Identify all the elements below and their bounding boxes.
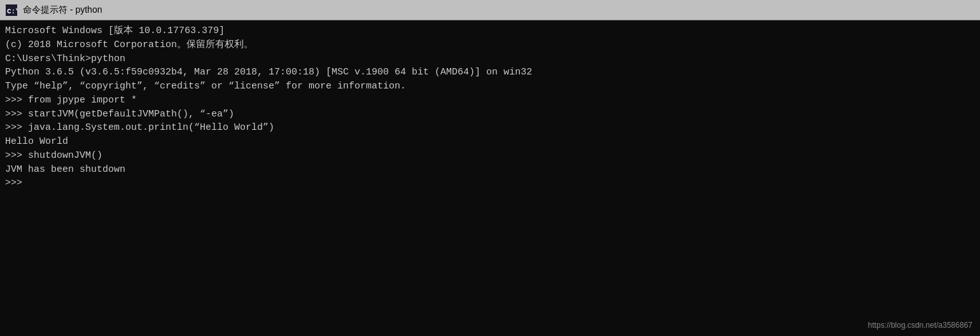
titlebar: C:\ 命令提示符 - python xyxy=(0,0,980,20)
watermark: https://blog.csdn.net/a3586867 xyxy=(868,320,972,331)
console-line-12: >>> xyxy=(5,176,975,190)
window: C:\ 命令提示符 - python Microsoft Windows [版本… xyxy=(0,0,980,336)
console-area[interactable]: Microsoft Windows [版本 10.0.17763.379] (c… xyxy=(0,20,980,336)
console-line-6: >>> from jpype import * xyxy=(5,94,975,108)
console-line-4: Python 3.6.5 (v3.6.5:f59c0932b4, Mar 28 … xyxy=(5,66,975,80)
console-line-8: >>> java.lang.System.out.println(“Hello … xyxy=(5,121,975,135)
svg-text:C:\: C:\ xyxy=(7,8,17,15)
console-line-5: Type “help”, “copyright”, “credits” or “… xyxy=(5,80,975,94)
console-line-11: JVM has been shutdown xyxy=(5,163,975,177)
console-line-3: C:\Users\Think>python xyxy=(5,52,975,66)
window-title: 命令提示符 - python xyxy=(23,4,102,16)
console-line-1: (c) 2018 Microsoft Corporation。保留所有权利。 xyxy=(5,38,975,52)
console-line-7: >>> startJVM(getDefaultJVMPath(), “-ea”) xyxy=(5,108,975,122)
cmd-icon: C:\ xyxy=(5,4,18,17)
console-line-10: >>> shutdownJVM() xyxy=(5,149,975,163)
console-line-0: Microsoft Windows [版本 10.0.17763.379] xyxy=(5,24,975,38)
console-line-9: Hello World xyxy=(5,135,975,149)
